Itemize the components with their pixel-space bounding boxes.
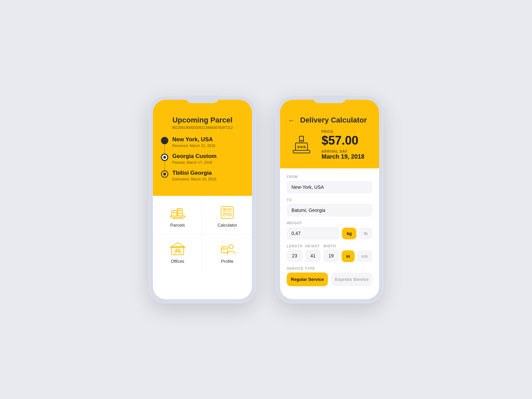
calculator-icon <box>218 205 236 220</box>
step-city-3: Tbilisi Georgia <box>172 170 216 176</box>
length-input[interactable]: 23 <box>287 249 302 262</box>
nav-calculator-label: Calculator <box>217 223 237 228</box>
tracking-number: 9622001900003062139400078397212 <box>161 126 244 130</box>
step-info-3: Tbilisi Georgia Estimated, March 19, 201… <box>172 170 216 181</box>
page-title-2: Delivery Calculator <box>300 116 367 125</box>
page-title-1: Upcoming Parcel <box>161 116 244 125</box>
price-value: $57.00 <box>322 134 364 148</box>
to-input[interactable]: Batumi, Georgia <box>287 204 372 217</box>
service-group: SERVICE TYPE Regular Service Express Ser… <box>287 267 372 286</box>
tracking-steps: New York, USA Received, March 12, 2018 G… <box>161 136 244 181</box>
dim-in-button[interactable]: in <box>342 250 355 262</box>
width-input[interactable]: 19 <box>323 249 339 262</box>
nav-calculator[interactable]: Calculator <box>203 198 252 234</box>
svg-point-33 <box>298 146 299 148</box>
weight-group: WEIGHT 0,47 kg lb <box>287 221 372 240</box>
grid-row-1: Parcels <box>153 198 252 235</box>
weight-label: WEIGHT <box>287 221 372 225</box>
nav-parcels[interactable]: Parcels <box>153 198 203 234</box>
svg-rect-13 <box>228 209 231 211</box>
offices-icon <box>169 241 187 256</box>
step-dot-2 <box>161 154 168 161</box>
price-label: PRICE <box>322 130 364 134</box>
service-row: Regular Service Express Service <box>287 272 372 286</box>
length-label: LENGTH <box>287 244 302 248</box>
phone2-top: ← Delivery Calculator <box>280 100 379 168</box>
weight-row: 0,47 kg lb <box>287 227 372 240</box>
dimensions-row: LENGTH 23 HEIGHT 41 WIDTH 19 in <box>287 244 372 262</box>
svg-rect-26 <box>176 247 179 250</box>
notch-1 <box>186 96 219 103</box>
nav-profile-label: Profile <box>221 259 234 264</box>
to-group: TO Batumi, Georgia <box>287 198 372 217</box>
svg-rect-23 <box>175 250 180 255</box>
weight-kg-button[interactable]: kg <box>342 228 356 239</box>
arrival-label: ARRIVAL DAY <box>322 150 364 153</box>
grid-row-2: Offices <box>153 235 252 270</box>
svg-rect-25 <box>178 251 180 252</box>
profile-icon <box>218 241 236 256</box>
step-date-3: Estimated, March 19, 2018 <box>172 177 216 181</box>
step-2: Georgia Custom Passed, March 17, 2018 <box>161 153 244 164</box>
svg-point-34 <box>301 146 302 148</box>
phone-1-inner: Upcoming Parcel 962200190000306213940007… <box>153 100 252 299</box>
height-label: HEIGHT <box>305 244 321 248</box>
nav-offices[interactable]: Offices <box>153 235 203 270</box>
arrival-value: March 19, 2018 <box>322 153 364 160</box>
parcels-icon <box>169 205 187 220</box>
step-city-1: New York, USA <box>172 136 215 143</box>
step-date-2: Passed, March 17, 2018 <box>172 160 216 164</box>
step-dot-3 <box>161 170 168 178</box>
express-service-button[interactable]: Express Service <box>331 272 372 286</box>
from-group: FROM New-York, USA <box>287 175 372 193</box>
width-label: WIDTH <box>323 244 339 248</box>
nav-parcels-label: Parcels <box>170 223 185 228</box>
weight-input[interactable]: 0,47 <box>287 227 339 240</box>
svg-rect-11 <box>221 207 233 219</box>
service-label: SERVICE TYPE <box>287 267 372 270</box>
width-group: WIDTH 19 <box>323 244 339 262</box>
from-input[interactable]: New-York, USA <box>287 181 372 193</box>
svg-rect-24 <box>176 251 177 252</box>
step-info-2: Georgia Custom Passed, March 17, 2018 <box>172 153 216 164</box>
svg-rect-31 <box>293 150 310 153</box>
step-city-2: Georgia Custom <box>172 153 216 160</box>
notch-2 <box>313 96 346 103</box>
phone2-bottom: FROM New-York, USA TO Batumi, Georgia WE… <box>280 168 379 296</box>
svg-point-35 <box>304 146 305 148</box>
phone2-top-content: PRICE $57.00 ARRIVAL DAY March 19, 2018 <box>288 130 371 160</box>
nav-profile[interactable]: Profile <box>203 235 252 270</box>
dimensions-group: LENGTH 23 HEIGHT 41 WIDTH 19 in <box>287 244 372 262</box>
svg-rect-27 <box>221 247 228 253</box>
dim-units: in cm <box>342 250 372 262</box>
phone1-bottom: Parcels <box>153 196 252 273</box>
svg-rect-32 <box>295 143 307 150</box>
scale-icon <box>288 134 315 157</box>
step-dot-1 <box>161 137 168 144</box>
phone1-top: Upcoming Parcel 962200190000306213940007… <box>153 100 252 196</box>
svg-rect-14 <box>223 213 227 216</box>
length-group: LENGTH 23 <box>287 244 302 262</box>
nav-offices-label: Offices <box>171 259 184 264</box>
step-1: New York, USA Received, March 12, 2018 <box>161 136 244 148</box>
step-info-1: New York, USA Received, March 12, 2018 <box>172 136 215 148</box>
price-block: PRICE $57.00 ARRIVAL DAY March 19, 2018 <box>322 130 364 160</box>
phone-2-inner: ← Delivery Calculator <box>280 100 379 299</box>
svg-rect-7 <box>170 216 185 217</box>
from-label: FROM <box>287 175 372 179</box>
phone-1: Upcoming Parcel 962200190000306213940007… <box>149 96 256 303</box>
regular-service-button[interactable]: Regular Service <box>287 272 328 286</box>
svg-rect-21 <box>172 247 184 255</box>
phone-2: ← Delivery Calculator <box>276 96 383 303</box>
phone2-header: ← Delivery Calculator <box>288 116 371 125</box>
weight-lb-button[interactable]: lb <box>359 228 372 239</box>
step-date-1: Received, March 12, 2018 <box>172 144 215 148</box>
svg-point-30 <box>229 245 233 249</box>
to-label: TO <box>287 198 372 202</box>
dim-cm-button[interactable]: cm <box>357 250 372 262</box>
height-input[interactable]: 41 <box>305 249 321 262</box>
back-button[interactable]: ← <box>288 116 295 124</box>
screen-container: Upcoming Parcel 962200190000306213940007… <box>129 76 403 323</box>
height-group: HEIGHT 41 <box>305 244 321 262</box>
step-3: Tbilisi Georgia Estimated, March 19, 201… <box>161 170 244 181</box>
